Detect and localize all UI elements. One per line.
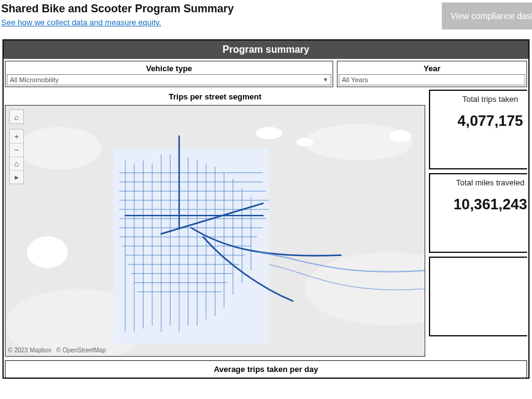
year-select[interactable]: All Years: [339, 74, 525, 85]
total-trips-label: Total trips taken: [462, 95, 518, 104]
svg-point-1: [18, 127, 102, 170]
dashboard-panel: Program summary Vehicle type All Micromo…: [2, 39, 530, 379]
map-play-button[interactable]: ▸: [10, 170, 23, 184]
year-value: All Years: [342, 76, 368, 83]
vehicle-type-value: All Micromobility: [10, 76, 58, 83]
map-title: Trips per street segment: [5, 88, 425, 105]
svg-point-2: [305, 124, 413, 161]
svg-point-8: [256, 127, 282, 139]
dashboard-header: Program summary: [4, 41, 528, 59]
page-title: Shared Bike and Scooter Program Summary: [1, 2, 234, 15]
svg-point-9: [296, 138, 313, 147]
total-miles-value: 10,361,243: [453, 196, 527, 213]
average-card-partial: Average a: [429, 257, 527, 336]
map-home-button[interactable]: ⌂: [10, 157, 23, 170]
year-label: Year: [337, 61, 526, 74]
total-miles-card: Total miles traveled 10,361,243: [429, 173, 527, 253]
total-trips-value: 4,077,175: [458, 112, 523, 130]
map-zoom-out-button[interactable]: −: [10, 143, 23, 157]
chevron-down-icon: ▼: [323, 77, 328, 83]
map-zoom-in-button[interactable]: +: [10, 130, 23, 143]
avg-trips-per-day-title: Average trips taken per day: [5, 360, 527, 378]
svg-point-5: [27, 236, 67, 268]
total-miles-label: Total miles traveled: [456, 178, 524, 187]
trips-map[interactable]: ⌕ + − ⌂ ▸ © 2023 Mapbox © OpenStreetMap: [5, 105, 425, 357]
map-search-button[interactable]: ⌕: [10, 110, 23, 123]
map-attribution-mapbox: © 2023 Mapbox: [8, 347, 52, 354]
vehicle-type-label: Vehicle type: [6, 61, 333, 74]
map-canvas: [6, 106, 425, 356]
map-attribution-osm: © OpenStreetMap: [56, 347, 106, 354]
total-trips-card: Total trips taken 4,077,175: [429, 90, 527, 169]
equity-link[interactable]: See how we collect data and measure equi…: [1, 18, 234, 27]
view-compliance-button[interactable]: View compliance dash: [442, 2, 532, 29]
svg-point-10: [390, 130, 411, 142]
year-filter: Year All Years: [337, 61, 527, 87]
vehicle-type-select[interactable]: All Micromobility ▼: [7, 74, 331, 85]
vehicle-type-filter: Vehicle type All Micromobility ▼: [5, 61, 333, 87]
